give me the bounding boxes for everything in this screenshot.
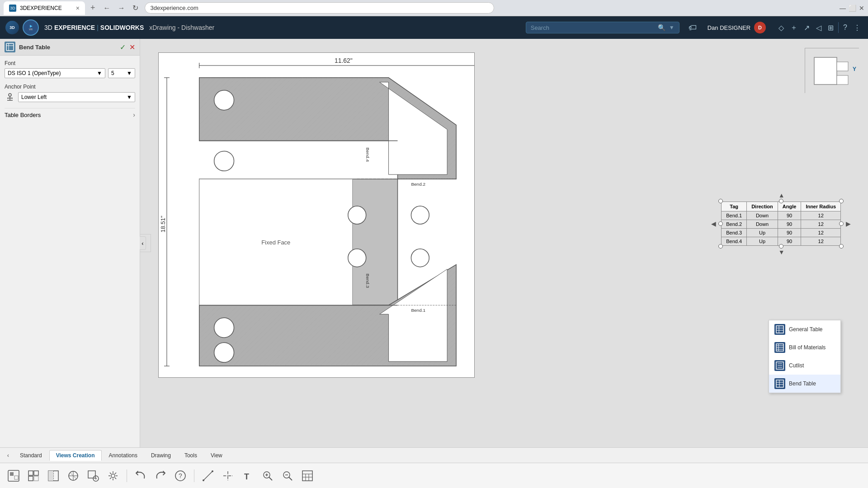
tool-auxiliary-view[interactable] <box>65 468 81 484</box>
cell-tag-3: Bend.3 <box>722 229 747 237</box>
back-button[interactable]: ← <box>101 2 113 14</box>
svg-rect-64 <box>776 380 783 387</box>
bend-table-row-1: Bend.1Down9012 <box>722 211 841 220</box>
resize-handle-bl[interactable] <box>718 244 723 249</box>
browser-tab[interactable]: 3D 3DEXPERIENCE × <box>4 1 85 15</box>
font-family-select[interactable]: DS ISO 1 (OpenType) ▼ <box>5 68 105 78</box>
cell-tag-2: Bend.2 <box>722 220 747 229</box>
3dexperience-logo[interactable]: ▶ VR <box>23 19 39 36</box>
address-bar[interactable] <box>145 2 495 14</box>
anchor-point-value: Lower Left <box>21 94 47 100</box>
resize-handle-tm[interactable] <box>779 199 783 203</box>
font-row: DS ISO 1 (OpenType) ▼ 5 ▼ <box>5 68 135 78</box>
tag-icon[interactable]: 🏷 <box>689 23 697 33</box>
svg-rect-71 <box>28 471 33 475</box>
tool-projected-view[interactable] <box>25 468 42 484</box>
tab-standard[interactable]: Standard <box>14 450 48 460</box>
tool-zoom-fit[interactable] <box>279 468 296 484</box>
table-drag-right[interactable]: ▶ <box>846 220 851 227</box>
svg-rect-77 <box>48 471 53 481</box>
tool-text[interactable]: T <box>240 468 256 484</box>
add-icon[interactable]: ＋ <box>788 21 799 34</box>
svg-rect-49 <box>837 75 848 84</box>
cell-tag-4: Bend.4 <box>722 237 747 246</box>
tool-table[interactable] <box>299 468 316 484</box>
table-drag-left[interactable]: ◀ <box>711 220 716 227</box>
resize-handle-bm[interactable] <box>779 244 783 249</box>
panel-close-button[interactable]: ✕ <box>129 43 135 52</box>
menu-item-general-table[interactable]: General Table <box>769 320 840 338</box>
tool-help[interactable]: ? <box>172 468 189 484</box>
panel-body: Font DS ISO 1 (OpenType) ▼ 5 ▼ Anchor Po… <box>0 56 140 126</box>
cell-inner_radius-3: 12 <box>801 229 841 237</box>
table-drag-down[interactable]: ▼ <box>778 249 785 256</box>
table-borders-row[interactable]: Table Borders › <box>5 108 135 121</box>
tool-redo[interactable] <box>152 468 169 484</box>
svg-point-33 <box>214 318 234 338</box>
tab-annotations[interactable]: Annotations <box>103 450 144 460</box>
svg-text:Bend.1: Bend.1 <box>411 308 425 313</box>
tab-views-creation[interactable]: Views Creation <box>49 450 102 461</box>
tab-view[interactable]: View <box>204 450 229 460</box>
general-table-label: General Table <box>789 326 823 333</box>
tab-tools[interactable]: Tools <box>178 450 203 460</box>
tool-centerline[interactable] <box>220 468 236 484</box>
tool-section-view[interactable] <box>45 468 61 484</box>
svg-rect-48 <box>837 62 848 71</box>
bom-icon <box>774 342 785 353</box>
col-header-tag: Tag <box>722 202 747 211</box>
svg-point-25 <box>214 90 234 110</box>
browser-restore[interactable]: ⬜ <box>849 5 856 12</box>
help-icon[interactable]: ? <box>841 22 849 33</box>
svg-text:11.62": 11.62" <box>335 57 353 64</box>
menu-item-cutlist[interactable]: Cutlist <box>769 357 840 375</box>
more-icon[interactable]: ⋮ <box>852 22 863 34</box>
anchor-point-select[interactable]: Lower Left ▼ <box>18 92 135 102</box>
svg-point-26 <box>214 151 234 171</box>
user-avatar: D <box>754 22 766 33</box>
table-drag-up[interactable]: ▲ <box>778 192 785 199</box>
header-divider <box>838 22 839 33</box>
forward-button[interactable]: → <box>115 2 128 14</box>
user-button[interactable]: Dan DESIGNER D <box>708 22 766 33</box>
resize-handle-mr[interactable] <box>839 221 844 226</box>
header-search-box[interactable]: 🔍 ▼ <box>526 22 679 33</box>
refresh-button[interactable]: ↻ <box>130 2 141 14</box>
new-tab-button[interactable]: + <box>89 3 97 13</box>
app-logo[interactable]: 3D <box>5 21 19 34</box>
menu-item-bend-table[interactable]: Bend Table <box>769 375 840 393</box>
compass-icon[interactable]: ◇ <box>777 22 786 34</box>
tool-detail-view[interactable] <box>85 468 101 484</box>
tool-settings[interactable] <box>105 468 121 484</box>
menu-item-bom[interactable]: Bill of Materials <box>769 338 840 357</box>
search-input[interactable] <box>531 24 654 31</box>
browser-minimize[interactable]: — <box>840 5 846 12</box>
grid-icon[interactable]: ⊞ <box>826 22 835 34</box>
browser-close[interactable]: ✕ <box>859 5 864 12</box>
anchor-row: Lower Left ▼ <box>5 92 135 103</box>
svg-point-3 <box>9 94 11 96</box>
tool-zoom-area[interactable] <box>259 468 276 484</box>
svg-point-30 <box>411 249 429 267</box>
resize-handle-br[interactable] <box>839 244 844 249</box>
bend-table-icon <box>774 378 785 389</box>
tool-line[interactable] <box>200 468 216 484</box>
svg-point-83 <box>95 478 97 479</box>
share-icon[interactable]: ↗ <box>802 22 811 34</box>
app-separator: | <box>97 24 99 31</box>
tab-drawing[interactable]: Drawing <box>145 450 177 460</box>
app-header: 3D ▶ VR 3D EXPERIENCE | SOLIDWORKS xDraw… <box>0 16 868 39</box>
toolbar-scroll-left[interactable]: ‹ <box>4 447 13 464</box>
svg-text:18.51": 18.51" <box>160 216 166 232</box>
resize-handle-tr[interactable] <box>839 199 844 203</box>
search-dropdown-icon[interactable]: ▼ <box>669 24 675 31</box>
broadcast-icon[interactable]: ◁ <box>814 22 823 34</box>
panel-collapse-tab[interactable]: ‹ <box>140 236 146 250</box>
app-name-bold: EXPERIENCE <box>54 24 95 31</box>
font-size-select[interactable]: 5 ▼ <box>108 68 135 78</box>
tool-model-view[interactable] <box>5 468 22 484</box>
tool-undo[interactable] <box>132 468 149 484</box>
tab-close-button[interactable]: × <box>76 5 80 12</box>
panel-ok-button[interactable]: ✓ <box>120 43 126 52</box>
bottom-toolbar: ‹ Standard Views Creation Annotations Dr… <box>0 447 868 488</box>
